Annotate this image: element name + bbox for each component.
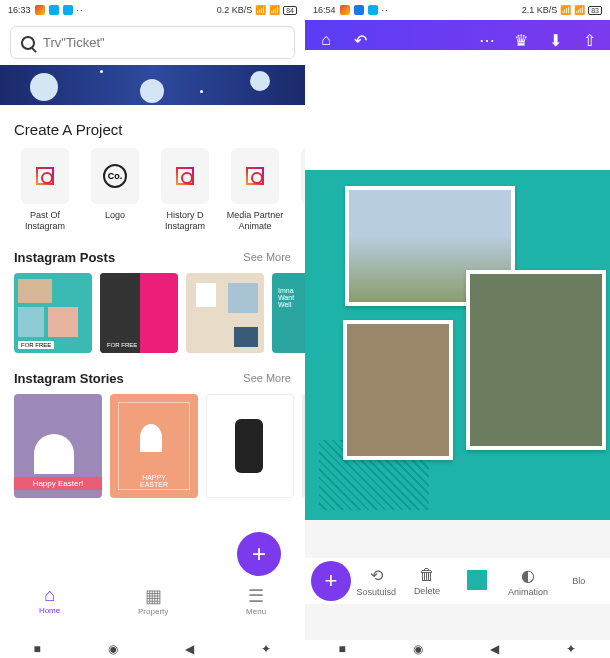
template-card[interactable]	[206, 394, 294, 498]
home-icon: ⌂	[39, 585, 60, 606]
grid-icon: ▦	[138, 585, 168, 607]
gmail-icon	[340, 5, 350, 15]
instagram-stories-title: Instagram Stories	[14, 371, 124, 386]
status-bar: 16:54 ·· 2.1 KB/S 📶 📶 83	[305, 0, 610, 20]
download-button[interactable]: ⬇	[546, 31, 564, 49]
undo-button[interactable]: ↶	[351, 31, 369, 49]
more-notifications-icon: ··	[77, 5, 84, 15]
home-button[interactable]: ◉	[108, 642, 118, 656]
project-logo[interactable]: Co. Logo	[84, 148, 146, 232]
plus-icon: +	[325, 568, 338, 594]
template-card[interactable]: FOR FREE	[14, 273, 92, 353]
app-icon	[63, 5, 73, 15]
system-nav: ■ ◉ ◀ ✦ ■ ◉ ◀ ✦	[0, 640, 610, 658]
project-instagram-post[interactable]: Past Of Instagram	[14, 148, 76, 232]
color-tool[interactable]	[452, 570, 503, 592]
animation-icon: ◐	[503, 566, 554, 585]
posts-templates-row[interactable]: FOR FREE FOR FREE Imna Want Well	[0, 273, 305, 353]
recent-apps-button[interactable]: ■	[34, 642, 41, 656]
nav-menu[interactable]: ☰ Menu	[246, 585, 266, 616]
signal-icon: 📶	[255, 5, 266, 15]
project-row[interactable]: Past Of Instagram Co. Logo History D Ins…	[0, 148, 305, 232]
easter-label: HAPPY EASTER	[110, 474, 198, 488]
instagram-posts-title: Instagram Posts	[14, 250, 115, 265]
template-card[interactable]	[186, 273, 264, 353]
more-notifications-icon: ··	[382, 5, 389, 15]
status-time: 16:54	[313, 5, 336, 15]
battery-indicator: 83	[588, 6, 602, 15]
gmail-icon	[35, 5, 45, 15]
stories-templates-row[interactable]: Happy Easter! HAPPY EASTER	[0, 394, 305, 498]
trash-icon: 🗑	[402, 566, 453, 584]
free-tag: FOR FREE	[104, 341, 140, 349]
color-swatch	[467, 570, 487, 590]
nav-home[interactable]: ⌂ Home	[39, 585, 60, 615]
search-input[interactable]	[43, 35, 284, 50]
project-animated[interactable]: Media Partner Animate	[224, 148, 286, 232]
template-card[interactable]: Happy Easter!	[14, 394, 102, 498]
search-icon	[21, 36, 35, 50]
template-card[interactable]: HAPPY EASTER	[110, 394, 198, 498]
instagram-icon	[36, 167, 54, 185]
accessibility-button[interactable]: ✦	[261, 642, 271, 656]
project-instagram-story[interactable]: History D Instagram	[154, 148, 216, 232]
plus-icon: +	[252, 540, 266, 568]
wifi-icon: 📶	[574, 5, 585, 15]
search-bar[interactable]	[10, 26, 295, 59]
status-time: 16:33	[8, 5, 31, 15]
template-card[interactable]: Imna Want Well	[272, 273, 305, 353]
animation-tool[interactable]: ◐ Animation	[503, 566, 554, 597]
skype-icon	[49, 5, 59, 15]
back-button[interactable]: ◀	[490, 642, 499, 656]
photo-element-3[interactable]	[343, 320, 453, 460]
nav-property[interactable]: ▦ Property	[138, 585, 168, 616]
replace-icon: ⟲	[351, 566, 402, 585]
accessibility-button[interactable]: ✦	[566, 642, 576, 656]
project-more[interactable]: P	[294, 148, 305, 232]
wifi-icon: 📶	[269, 5, 280, 15]
home-button[interactable]: ◉	[413, 642, 423, 656]
instagram-icon	[176, 167, 194, 185]
template-card[interactable]: FOR FREE	[100, 273, 178, 353]
see-more-posts[interactable]: See More	[243, 251, 291, 263]
network-speed: 2.1 KB/S	[522, 5, 558, 15]
share-button[interactable]: ⇧	[580, 31, 598, 49]
premium-button[interactable]: ♛	[512, 31, 530, 49]
see-more-stories[interactable]: See More	[243, 372, 291, 384]
battery-indicator: 84	[283, 6, 297, 15]
editor-toolbar: + ⟲ Sosutuisd 🗑 Delete ◐ Animation Blo	[305, 558, 610, 604]
status-bar: 16:33 ·· 0.2 KB/S 📶 📶 84	[0, 0, 305, 20]
easter-label: Happy Easter!	[14, 477, 102, 490]
instagram-icon	[246, 167, 264, 185]
editor-screen: 16:54 ·· 2.1 KB/S 📶 📶 83 ⌂ ↶ ⋯ ♛ ⬇ ⇧	[305, 0, 610, 640]
replace-tool[interactable]: ⟲ Sosutuisd	[351, 566, 402, 597]
design-canvas[interactable]	[305, 170, 610, 520]
more-options-button[interactable]: ⋯	[478, 31, 496, 49]
logo-icon: Co.	[103, 164, 127, 188]
signal-icon: 📶	[560, 5, 571, 15]
skype-icon	[368, 5, 378, 15]
bottom-nav: ⌂ Home ▦ Property ☰ Menu	[0, 578, 305, 622]
back-button[interactable]: ◀	[185, 642, 194, 656]
block-tool[interactable]: Blo	[553, 576, 604, 586]
menu-icon: ☰	[246, 585, 266, 607]
facebook-icon	[354, 5, 364, 15]
home-button[interactable]: ⌂	[317, 31, 335, 49]
template-browser-screen: 16:33 ·· 0.2 KB/S 📶 📶 84 Create A Projec…	[0, 0, 305, 640]
delete-tool[interactable]: 🗑 Delete	[402, 566, 453, 596]
recent-apps-button[interactable]: ■	[339, 642, 346, 656]
free-tag: FOR FREE	[18, 341, 54, 349]
network-speed: 0.2 KB/S	[217, 5, 253, 15]
create-fab[interactable]: +	[237, 532, 281, 576]
promo-banner[interactable]	[0, 65, 305, 105]
add-element-fab[interactable]: +	[311, 561, 351, 601]
photo-element-2[interactable]	[466, 270, 606, 450]
create-project-title: Create A Project	[14, 121, 291, 138]
